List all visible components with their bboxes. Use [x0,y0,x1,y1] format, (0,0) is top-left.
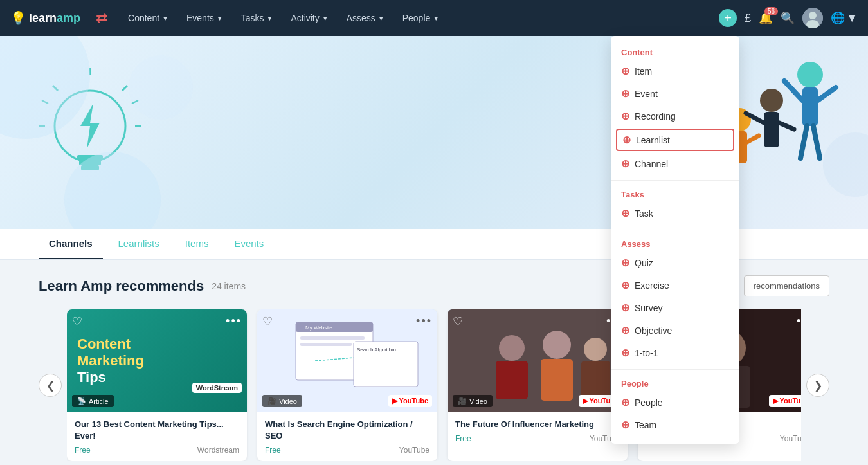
chevron-icon: ▼ [162,15,168,22]
dropdown-item-event[interactable]: ⊕ Event [611,82,739,105]
nav-activity[interactable]: Activity ▼ [283,8,336,28]
type-badge: 🎥 Video [262,395,302,407]
svg-point-29 [823,132,868,197]
svg-line-18 [800,126,807,158]
video-icon: 🎥 [458,397,467,405]
add-button[interactable]: + [719,9,737,27]
svg-rect-45 [581,361,610,398]
nav-tasks[interactable]: Tasks ▼ [233,8,281,28]
nav-content[interactable]: Content ▼ [120,8,176,28]
card-title: The Future Of Influencer Marketing [455,419,620,430]
svg-point-40 [499,335,525,361]
card-thumb-text: Content [77,336,131,352]
shuffle-icon[interactable]: ⇄ [96,10,107,26]
svg-rect-35 [300,343,352,346]
svg-rect-41 [496,361,528,399]
hero-decor [129,55,193,120]
svg-point-44 [584,338,607,361]
plus-icon: ⊕ [621,396,629,408]
dropdown-item-quiz[interactable]: ⊕ Quiz [611,251,739,274]
card-body-1: Our 13 Best Content Marketing Tips... Ev… [67,412,247,461]
card-title: Our 13 Best Content Marketing Tips... Ev… [75,419,239,442]
nav-people[interactable]: People ▼ [395,8,448,28]
tab-items[interactable]: Items [175,229,219,259]
logo-text: learnamp [29,12,80,25]
card-meta: Free Wordstream [75,446,239,455]
card-thumb-text: Tips [77,369,106,386]
svg-line-27 [779,123,794,129]
svg-rect-43 [541,359,573,401]
youtube-logo: ▶ YouTube [769,395,801,407]
dropdown-item-team[interactable]: ⊕ Team [611,414,739,436]
heart-icon[interactable]: ♡ [453,315,463,329]
svg-text:My Website: My Website [305,325,332,331]
logo-icon: 💡 [10,10,26,26]
youtube-logo: ▶ YouTube [388,395,432,407]
dropdown-item-people[interactable]: ⊕ People [611,391,739,414]
notification-badge: 56 [764,7,778,15]
notifications-button[interactable]: 🔔 56 [759,11,773,25]
card-2: My Website Search Algorithm ♡ ••• 🎥 Vide… [257,309,437,461]
plus-icon: ⊕ [621,110,629,122]
search-button[interactable]: 🔍 [781,11,795,25]
logo[interactable]: 💡 learnamp [10,10,80,26]
recommendations-button[interactable]: recommendations [744,275,829,296]
dropdown-item-recording[interactable]: ⊕ Recording [611,105,739,127]
plus-icon: ⊕ [621,207,629,219]
card-thumb-text: Marketing [77,352,144,369]
plus-icon: ⊕ [621,87,629,100]
chevron-icon: ▼ [267,15,273,22]
add-dropdown-menu: Content ⊕ Item ⊕ Event ⊕ Recording ⊕ Lea… [611,36,739,444]
plus-icon: ⊕ [621,65,629,77]
rss-icon: 📡 [77,397,86,405]
dropdown-item-channel[interactable]: ⊕ Channel [611,152,739,175]
prev-arrow[interactable]: ❮ [39,374,62,397]
svg-rect-34 [300,336,365,340]
tab-events[interactable]: Events [224,229,274,259]
plus-icon: ⊕ [621,419,629,431]
heart-icon[interactable]: ♡ [262,315,273,329]
svg-point-1 [809,12,817,19]
video-icon: 🎥 [267,397,276,405]
dropdown-item-objective[interactable]: ⊕ Objective [611,319,739,342]
globe-button[interactable]: 🌐 ▼ [831,11,858,25]
card-title: What Is Search Engine Optimization / SEO [265,419,429,442]
dropdown-item-item[interactable]: ⊕ Item [611,60,739,82]
card-thumb-2: My Website Search Algorithm ♡ ••• 🎥 Vide… [257,309,437,412]
dropdown-section-content: Content [611,44,739,60]
card-thumb-3: ♡ ••• 🎥 Video ▶ YouTube [448,309,628,412]
svg-line-5 [122,86,127,91]
dropdown-item-exercise[interactable]: ⊕ Exercise [611,274,739,296]
dropdown-item-survey[interactable]: ⊕ Survey [611,296,739,319]
dropdown-item-1to1[interactable]: ⊕ 1-to-1 [611,342,739,364]
dropdown-item-task[interactable]: ⊕ Task [611,202,739,224]
plus-icon: ⊕ [622,134,631,146]
card-1: Content Marketing Tips ♡ ••• 📡 Article W… [67,309,247,461]
heart-icon[interactable]: ♡ [72,315,82,329]
options-icon[interactable]: ••• [226,315,242,328]
nav-assess[interactable]: Assess ▼ [339,8,392,28]
card-body-2: What Is Search Engine Optimization / SEO… [257,412,437,461]
divider [611,230,739,230]
options-icon[interactable]: ••• [416,315,432,328]
svg-text:Search Algorithm: Search Algorithm [357,347,396,352]
options-icon[interactable]: ••• [797,315,801,328]
avatar[interactable] [802,8,823,28]
chevron-icon: ▼ [433,15,439,22]
svg-rect-25 [764,112,779,147]
currency-button[interactable]: £ [745,12,751,25]
divider [611,180,739,181]
svg-line-17 [818,87,836,100]
plus-icon: ⊕ [621,347,629,359]
svg-rect-15 [802,87,818,126]
navbar: 💡 learnamp ⇄ Content ▼ Events ▼ Tasks ▼ … [0,0,868,36]
tab-learnlists[interactable]: Learnlists [108,229,170,259]
next-arrow[interactable]: ❯ [806,374,829,397]
section-count: 24 items [212,281,246,291]
dropdown-item-learnlist[interactable]: ⊕ Learnlist [616,129,734,151]
divider [611,369,739,370]
nav-right: + £ 🔔 56 🔍 🌐 ▼ [719,8,858,28]
card-thumb-1: Content Marketing Tips ♡ ••• 📡 Article W… [67,309,247,412]
nav-events[interactable]: Events ▼ [179,8,231,28]
tab-channels[interactable]: Channels [39,229,103,259]
